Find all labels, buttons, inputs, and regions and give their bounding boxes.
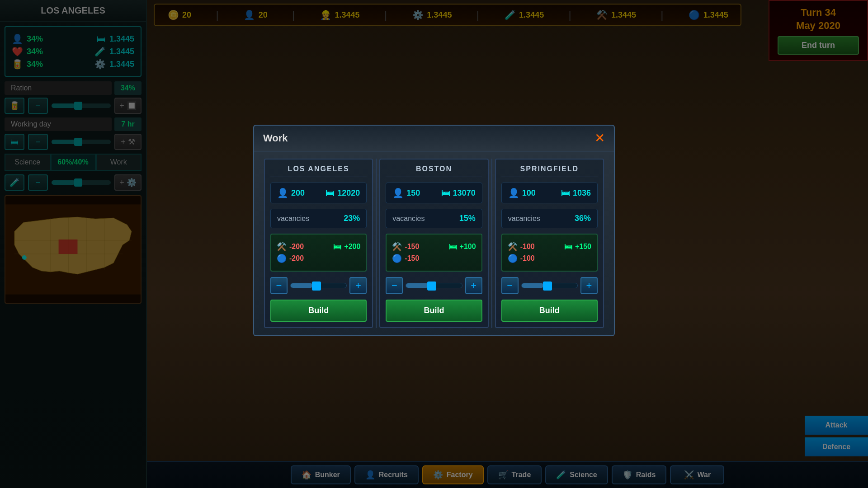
build-button[interactable]: Build — [270, 300, 367, 322]
build-costs: ⚒️ -200 🛏 +200 🔵 -200 — [270, 234, 367, 272]
gain-housing: 🛏 +100 — [449, 242, 476, 252]
modal-title: Work — [263, 132, 288, 144]
vacancies-label: vacancies — [277, 215, 309, 223]
build-minus-btn[interactable]: − — [270, 277, 288, 294]
cost-coin-icon: 🔵 — [392, 253, 402, 263]
vacancies-row: vacancies 15% — [386, 209, 482, 228]
vacancies-row: vacancies 23% — [270, 209, 367, 228]
city-col-title: LOS ANGELES — [270, 165, 367, 177]
worker-icon: 👤 — [277, 188, 288, 198]
housing-icon: 🛏 — [561, 188, 570, 198]
build-slider-row: − + — [501, 277, 598, 294]
build-slider-row: − + — [386, 277, 482, 294]
vacancies-row: vacancies 36% — [501, 209, 598, 228]
city-housing-stat: 🛏 1036 — [561, 188, 591, 198]
city-col-title: BOSTON — [386, 165, 482, 177]
build-button[interactable]: Build — [501, 300, 598, 322]
city-col-title: SPRINGFIELD — [501, 165, 598, 177]
modal-divider — [376, 159, 377, 328]
housing-value: 13070 — [453, 188, 476, 198]
city-col-los-angeles: LOS ANGELES 👤 200 🛏 12020 vacancies 23% … — [264, 159, 373, 328]
gain-housing: 🛏 +200 — [333, 242, 360, 252]
worker-icon: 👤 — [392, 188, 404, 198]
workers-value: 100 — [522, 188, 536, 198]
housing-icon: 🛏 — [441, 188, 450, 198]
city-stats-row: 👤 200 🛏 12020 — [270, 183, 367, 203]
workers-value: 150 — [406, 188, 420, 198]
build-costs: ⚒️ -100 🛏 +150 🔵 -100 — [501, 234, 598, 272]
gain-bed-icon: 🛏 — [449, 242, 457, 252]
cost-workers: ⚒️ -100 — [508, 242, 535, 252]
build-costs: ⚒️ -150 🛏 +100 🔵 -150 — [386, 234, 482, 272]
city-workers-stat: 👤 200 — [277, 188, 305, 198]
cost-resource: 🔵 -100 — [508, 253, 535, 263]
vacancies-pct: 36% — [575, 214, 591, 223]
cost-pick-icon: ⚒️ — [508, 242, 518, 252]
city-col-springfield: SPRINGFIELD 👤 100 🛏 1036 vacancies 36% ⚒… — [495, 159, 604, 328]
cost-resource: 🔵 -150 — [392, 253, 419, 263]
work-modal: Work ✕ LOS ANGELES 👤 200 🛏 12020 vacanci… — [253, 125, 615, 336]
gain-bed-icon: 🛏 — [333, 242, 341, 252]
modal-body: LOS ANGELES 👤 200 🛏 12020 vacancies 23% … — [254, 151, 614, 335]
gain-bed-icon: 🛏 — [564, 242, 572, 252]
modal-divider — [491, 159, 492, 328]
build-plus-btn[interactable]: + — [349, 277, 367, 294]
build-minus-btn[interactable]: − — [501, 277, 519, 294]
gain-housing: 🛏 +150 — [564, 242, 591, 252]
build-slider[interactable] — [290, 283, 347, 288]
cost-pick-icon: ⚒️ — [392, 242, 402, 252]
city-workers-stat: 👤 150 — [392, 188, 420, 198]
build-plus-btn[interactable]: + — [465, 277, 482, 294]
build-minus-btn[interactable]: − — [386, 277, 403, 294]
vacancies-label: vacancies — [508, 215, 540, 223]
city-stats-row: 👤 100 🛏 1036 — [501, 183, 598, 203]
cost-coin-icon: 🔵 — [277, 253, 287, 263]
cost-resource: 🔵 -200 — [277, 253, 304, 263]
city-housing-stat: 🛏 12020 — [326, 188, 360, 198]
worker-icon: 👤 — [508, 188, 519, 198]
housing-value: 1036 — [573, 188, 591, 198]
city-stats-row: 👤 150 🛏 13070 — [386, 183, 482, 203]
vacancies-pct: 23% — [344, 214, 360, 223]
modal-close-button[interactable]: ✕ — [594, 132, 605, 145]
cost-workers: ⚒️ -200 — [277, 242, 304, 252]
build-button[interactable]: Build — [386, 300, 482, 322]
build-slider[interactable] — [406, 283, 462, 288]
housing-icon: 🛏 — [326, 188, 335, 198]
modal-overlay: Work ✕ LOS ANGELES 👤 200 🛏 12020 vacanci… — [0, 0, 868, 488]
housing-value: 12020 — [337, 188, 360, 198]
cost-coin-icon: 🔵 — [508, 253, 518, 263]
vacancies-pct: 15% — [459, 214, 476, 223]
cost-workers: ⚒️ -150 — [392, 242, 419, 252]
city-housing-stat: 🛏 13070 — [441, 188, 476, 198]
vacancies-label: vacancies — [392, 215, 425, 223]
build-slider[interactable] — [521, 283, 578, 288]
build-slider-row: − + — [270, 277, 367, 294]
build-plus-btn[interactable]: + — [580, 277, 598, 294]
workers-value: 200 — [291, 188, 305, 198]
city-workers-stat: 👤 100 — [508, 188, 536, 198]
cost-pick-icon: ⚒️ — [277, 242, 287, 252]
city-col-boston: BOSTON 👤 150 🛏 13070 vacancies 15% ⚒️ -1… — [379, 159, 488, 328]
modal-header: Work ✕ — [254, 126, 614, 151]
